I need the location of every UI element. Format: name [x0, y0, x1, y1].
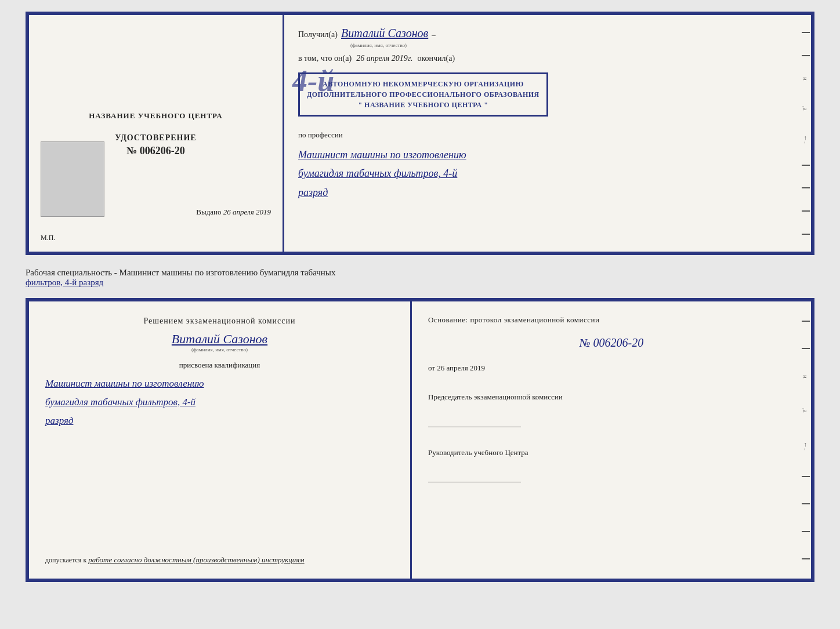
recipient-row: Получил(а) Виталий Сазонов – — [298, 27, 797, 40]
stripe — [802, 531, 810, 532]
stripe — [802, 348, 810, 349]
stripe-text-and: и — [802, 77, 809, 85]
separator-text-block: Рабочая специальность - Машинист машины … — [26, 264, 814, 289]
vydano-block: Выдано 26 апреля 2019 — [196, 208, 271, 217]
stripe — [802, 210, 810, 212]
separator-text2: фильтров, 4-й разряд — [26, 278, 103, 287]
cert-right-panel: Получил(а) Виталий Сазонов – (фамилия, и… — [284, 15, 811, 252]
bottom-num: № 006206-20 — [428, 336, 795, 350]
prof-line3: разряд — [298, 183, 797, 202]
stripe — [802, 165, 810, 166]
stripe — [802, 234, 810, 235]
cert-photo-placeholder — [41, 141, 104, 217]
vydano-date: 26 апреля 2019 — [223, 208, 271, 216]
qual-line3: разряд — [45, 412, 394, 430]
stripe — [802, 55, 810, 56]
poluchil-label: Получил(а) — [298, 30, 338, 39]
stripe-text-left2: ←- — [802, 442, 809, 450]
ot-label: от — [428, 363, 435, 372]
cert-udost-block: УДОСТОВЕРЕНИЕ № 006206-20 — [115, 133, 196, 157]
bottom-name-block: Виталий Сазонов (фамилия, имя, отчество) — [45, 332, 394, 352]
rukovoditel-sig-line — [428, 468, 521, 482]
stamp-line3: " НАЗВАНИЕ УЧЕБНОГО ЦЕНТРА " — [307, 100, 540, 110]
v-tom-chto-row: в том, что он(а) 26 апреля 2019г. окончи… — [298, 54, 797, 63]
cert-left-panel: НАЗВАНИЕ УЧЕБНОГО ЦЕНТРА УДОСТОВЕРЕНИЕ №… — [29, 15, 284, 252]
stripe — [802, 32, 810, 33]
stamp-line1: АВТОНОМНУЮ НЕКОММЕРЧЕСКУЮ ОРГАНИЗАЦИЮ — [307, 79, 540, 89]
cert-bottom-right-panel: Основание: протокол экзаменационной коми… — [412, 301, 811, 579]
cert-bottom-left-panel: Решением экзаменационной комиссии Витали… — [29, 301, 412, 579]
predsedatel-label: Председатель экзаменационной комиссии — [428, 391, 795, 403]
bottom-name-caption: (фамилия, имя, отчество) — [45, 347, 394, 352]
ot-date: 26 апреля 2019 — [437, 363, 485, 372]
rukovoditel-label: Руководитель учебного Центра — [428, 447, 795, 459]
resheniyem-label: Решением экзаменационной комиссии — [45, 315, 394, 327]
stripe — [802, 187, 810, 188]
stamp-area: 4-й АВТОНОМНУЮ НЕКОММЕРЧЕСКУЮ ОРГАНИЗАЦИ… — [298, 72, 797, 117]
bottom-recipient-name: Виталий Сазонов — [45, 332, 394, 347]
bottom-right-stripes: и ,а ←- — [801, 301, 811, 579]
okoncil-label: окончил(а) — [417, 54, 455, 63]
prisvoena-label: присвоена квалификация — [45, 361, 394, 370]
stamp-box: АВТОНОМНУЮ НЕКОММЕРЧЕСКУЮ ОРГАНИЗАЦИЮ ДО… — [298, 72, 548, 117]
stamp-line2: ДОПОЛНИТЕЛЬНОГО ПРОФЕССИОНАЛЬНОГО ОБРАЗО… — [307, 89, 540, 100]
qualification-block: Машинист машины по изготовлению бумагидл… — [45, 375, 394, 431]
v-tom-chto-label: в том, что он(а) — [298, 54, 352, 63]
work-note: работе согласно должностным (производств… — [88, 555, 304, 564]
osnovanie-label: Основание: протокол экзаменационной коми… — [428, 315, 795, 325]
po-professii-label: по профессии — [298, 130, 797, 140]
stripe — [802, 321, 810, 322]
completion-date: 26 апреля 2019г. — [356, 54, 412, 63]
top-certificate: НАЗВАНИЕ УЧЕБНОГО ЦЕНТРА УДОСТОВЕРЕНИЕ №… — [26, 12, 814, 255]
separator-main-text: Рабочая специальность - Машинист машины … — [26, 268, 335, 277]
stripe-text-a: ,а — [802, 106, 809, 114]
vydano-label: Выдано — [196, 208, 221, 216]
stripe — [802, 558, 810, 559]
cert-left-title: НАЗВАНИЕ УЧЕБНОГО ЦЕНТРА — [89, 111, 223, 121]
dopuskaetsya-block: допускается к работе согласно должностны… — [45, 555, 394, 565]
stripe-text-a2: ,а — [802, 408, 809, 416]
stripe-text-and2: и — [802, 375, 809, 383]
predsedatel-sig-line — [428, 413, 521, 427]
bottom-certificate: Решением экзаменационной комиссии Витали… — [26, 298, 814, 582]
stripe — [802, 476, 810, 477]
udost-label: УДОСТОВЕРЕНИЕ — [115, 133, 196, 143]
stripe — [802, 503, 810, 504]
udost-number: № 006206-20 — [115, 145, 196, 157]
recipient-name-caption: (фамилия, имя, отчество) — [350, 42, 797, 48]
prof-line2: бумагидля табачных фильтров, 4-й — [298, 164, 797, 183]
right-stripes: и ,а ←- — [801, 15, 811, 252]
prof-line1: Машинист машины по изготовлению — [298, 146, 797, 164]
ot-date-line: от 26 апреля 2019 — [428, 363, 795, 373]
qual-line2: бумагидля табачных фильтров, 4-й — [45, 393, 394, 412]
stripe-text-left: ←- — [802, 135, 809, 143]
profession-handwritten: Машинист машины по изготовлению бумагидл… — [298, 146, 797, 202]
mp-label: М.П. — [41, 234, 55, 242]
dopuskaetsya-label: допускается к — [45, 556, 86, 564]
qual-line1: Машинист машины по изготовлению — [45, 375, 394, 393]
recipient-name: Виталий Сазонов — [341, 27, 428, 40]
